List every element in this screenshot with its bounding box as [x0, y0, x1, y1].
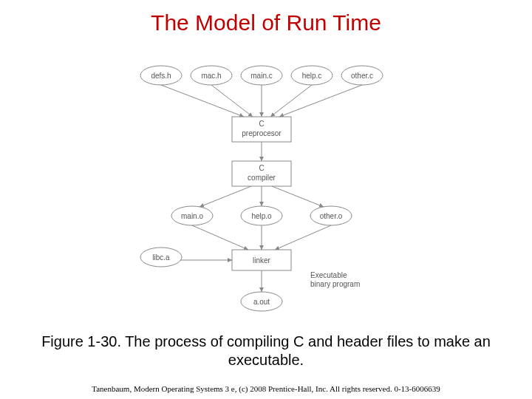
node-mainc: main.c [241, 66, 282, 85]
node-othero: other.o [310, 206, 352, 225]
label-compiler-l1: C [259, 164, 264, 172]
edge-compiler-othero [272, 186, 324, 207]
label-defsh: defs.h [151, 72, 171, 80]
label-compiler-l2: compiler [248, 174, 276, 182]
label-libca: libc.a [152, 253, 170, 262]
slide: The Model of Run Time defs.h mac.h main.… [0, 0, 532, 399]
label-maino: main.o [181, 212, 203, 220]
label-otherc: other.c [351, 72, 373, 80]
label-mainc: main.c [250, 72, 272, 80]
node-preprocessor: C preprocesor [232, 117, 291, 142]
node-libca: libc.a [140, 248, 182, 267]
label-othero: other.o [320, 212, 343, 220]
edge-compiler-maino [200, 186, 251, 207]
compile-diagram: defs.h mac.h main.c help.c other.c [133, 59, 399, 325]
note-line2: binary program [310, 280, 360, 288]
label-helpo: help.o [251, 212, 272, 220]
slide-title: The Model of Run Time [0, 10, 532, 35]
node-otherc: other.c [341, 66, 383, 85]
label-helpc: help.c [302, 72, 322, 80]
edge-othero-linker [275, 225, 331, 250]
node-mach: mac.h [191, 66, 232, 85]
label-preproc-l1: C [259, 120, 264, 128]
note-line1: Executable [310, 271, 347, 279]
node-defsh: defs.h [140, 66, 182, 85]
node-linker: linker [232, 250, 291, 270]
node-helpc: help.c [291, 66, 332, 85]
label-preproc-l2: preprocesor [242, 129, 282, 137]
edge-maino-linker [192, 225, 248, 250]
copyright-footer: Tanenbaum, Modern Operating Systems 3 e,… [0, 384, 532, 393]
node-aout: a.out [241, 292, 282, 311]
label-linker: linker [253, 256, 271, 265]
node-maino: main.o [171, 206, 213, 225]
label-mach: mac.h [201, 72, 221, 80]
node-compiler: C compiler [232, 161, 291, 186]
label-aout: a.out [253, 298, 270, 306]
node-helpo: help.o [241, 206, 282, 225]
figure-caption: Figure 1-30. The process of compiling C … [30, 332, 502, 369]
